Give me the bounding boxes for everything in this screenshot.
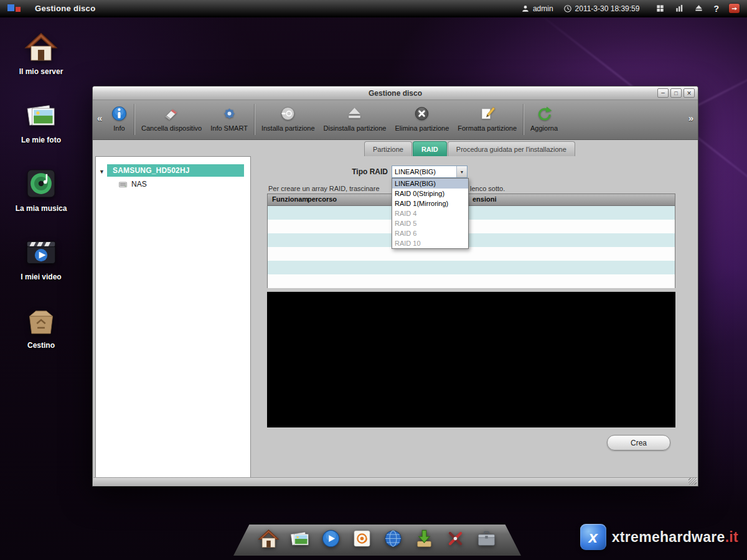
trash-icon <box>24 304 58 337</box>
videos-icon <box>24 235 58 269</box>
option-raid6: RAID 6 <box>392 228 468 238</box>
app-logo-icon <box>7 3 24 14</box>
tree-item-device[interactable]: SAMSUNG_HD502HJ <box>96 164 250 177</box>
logout-button[interactable] <box>729 4 740 13</box>
gear-icon <box>221 105 238 122</box>
tab-raid[interactable]: RAID <box>413 141 447 156</box>
toolbar-info-button[interactable]: Info <box>106 103 132 133</box>
logout-arrow-icon <box>731 6 738 12</box>
disk-management-window: Gestione disco Info Cancella dispositivo… <box>92 86 698 487</box>
table-row <box>268 220 675 233</box>
toolbar-format-partition-button[interactable]: Formatta partizione <box>453 103 521 133</box>
desktop-icon-label: Le mie foto <box>21 136 61 144</box>
dock-home-icon[interactable] <box>258 528 280 549</box>
dock-photos-icon[interactable] <box>289 528 311 549</box>
dock-mail-icon[interactable] <box>351 528 373 549</box>
info-icon <box>111 105 128 122</box>
topbar: Gestione disco admin 2011-3-30 18:39:59 … <box>0 0 747 17</box>
select-arrow-icon[interactable] <box>456 166 467 177</box>
option-raid0[interactable]: RAID 0(Striping) <box>392 189 468 198</box>
desktop-icon-server[interactable]: Il mio server <box>11 24 71 92</box>
xtremehardware-logo-icon: x <box>580 524 606 550</box>
dock <box>233 525 521 556</box>
toolbar-button-label: Info SMART <box>210 124 248 132</box>
table-row <box>268 274 675 288</box>
help-button[interactable]: ? <box>713 4 719 14</box>
dock-media-player-icon[interactable] <box>320 528 342 549</box>
toolbar-separator <box>254 104 255 135</box>
option-linear-big[interactable]: LINEAR(BIG) <box>392 179 468 189</box>
raid-table: Funzionam percorso ensioni <box>267 194 675 288</box>
desktop-icon-label: Il mio server <box>19 67 63 76</box>
install-partition-icon <box>280 105 296 122</box>
desktop-icon-column: Il mio server Le mie foto La mia musica … <box>11 24 71 366</box>
toolbar-button-label: Info <box>113 124 125 132</box>
column-dimensioni[interactable]: ensioni <box>472 195 497 203</box>
option-raid1[interactable]: RAID 1(Mirroring) <box>392 198 468 208</box>
minimize-button[interactable] <box>657 88 669 98</box>
instruction-text-before: Per creare un array RAID, trascinare <box>268 185 380 192</box>
toolbar-delete-partition-button[interactable]: Elimina partizione <box>390 103 453 133</box>
table-row <box>268 261 675 274</box>
desktop-icon-photos[interactable]: Le mie foto <box>11 92 71 161</box>
tab-procedura-guidata[interactable]: Procedura guidata per l'installazione <box>448 141 575 156</box>
expander-icon[interactable] <box>99 165 107 176</box>
instruction-text-after: lenco sotto. <box>470 185 505 192</box>
window-titlebar[interactable]: Gestione disco <box>93 86 698 100</box>
volume-name: NAS <box>131 180 147 189</box>
system-title: Gestione disco <box>35 4 95 13</box>
pencil-icon <box>479 105 496 122</box>
dock-toolbox-icon[interactable] <box>476 528 497 549</box>
option-raid4: RAID 4 <box>392 208 468 218</box>
close-button[interactable] <box>684 88 695 98</box>
clock-icon <box>563 4 572 13</box>
toolbar-button-label: Cancella dispositivo <box>141 124 202 132</box>
toolbar-separator <box>523 104 524 135</box>
column-funzionamento[interactable]: Funzionam <box>272 195 308 203</box>
eject-icon <box>346 105 363 122</box>
system-monitor-icon[interactable] <box>675 4 684 13</box>
option-raid5: RAID 5 <box>392 218 468 228</box>
maximize-button[interactable] <box>670 88 682 98</box>
toolbar-separator <box>134 104 135 135</box>
toolbar-uninstall-partition-button[interactable]: Disinstalla partizione <box>319 103 391 133</box>
tree-item-volume[interactable]: NAS <box>118 178 147 190</box>
toolbar-refresh-button[interactable]: Aggiorna <box>526 103 562 133</box>
table-row <box>268 247 675 261</box>
desktop-icon-label: La mia musica <box>16 204 67 213</box>
toolbar-button-label: Formatta partizione <box>458 124 517 132</box>
desktop-icon-music[interactable]: La mia musica <box>11 161 71 229</box>
toolbar-scroll-left-icon[interactable] <box>97 113 102 123</box>
raid-table-header: Funzionam percorso ensioni <box>268 194 675 206</box>
toolbar-install-partition-button[interactable]: Installa partizione <box>257 103 319 133</box>
dock-browser-icon[interactable] <box>382 528 404 549</box>
eject-icon[interactable] <box>694 4 703 13</box>
desktop-icon-videos[interactable]: I miei video <box>11 229 71 297</box>
device-tree-panel: SAMSUNG_HD502HJ NAS <box>95 156 251 478</box>
toolbar-erase-device-button[interactable]: Cancella dispositivo <box>137 103 206 133</box>
resize-grip[interactable] <box>688 478 697 485</box>
toolbar-button-label: Aggiorna <box>530 124 558 132</box>
music-icon <box>24 167 58 200</box>
desktop-icon-trash[interactable]: Cestino <box>11 297 71 366</box>
raid-type-select[interactable]: LINEAR(BIG) <box>392 166 467 178</box>
clock-display: 2011-3-30 18:39:59 <box>563 4 640 13</box>
datetime-text: 2011-3-30 18:39:59 <box>575 4 640 13</box>
user-menu[interactable]: admin <box>521 4 553 13</box>
refresh-icon <box>536 105 553 122</box>
window-statusbar <box>93 477 697 485</box>
column-percorso[interactable]: percorso <box>308 195 337 203</box>
user-name: admin <box>533 4 553 13</box>
create-button[interactable]: Crea <box>607 435 670 450</box>
home-icon <box>24 30 58 63</box>
toolbar-scroll-right-icon[interactable] <box>688 113 693 123</box>
raid-drop-area[interactable] <box>267 292 675 427</box>
delete-icon <box>413 105 430 122</box>
dock-download-icon[interactable] <box>413 528 435 549</box>
tab-partizione[interactable]: Partizione <box>364 141 412 156</box>
toolbar-smart-info-button[interactable]: Info SMART <box>206 103 252 133</box>
apps-grid-icon[interactable] <box>655 4 665 13</box>
raid-type-label: Tipo RAID <box>251 167 388 176</box>
raid-type-dropdown: LINEAR(BIG) RAID 0(Striping) RAID 1(Mirr… <box>392 178 469 249</box>
dock-tools-icon[interactable] <box>444 528 466 549</box>
